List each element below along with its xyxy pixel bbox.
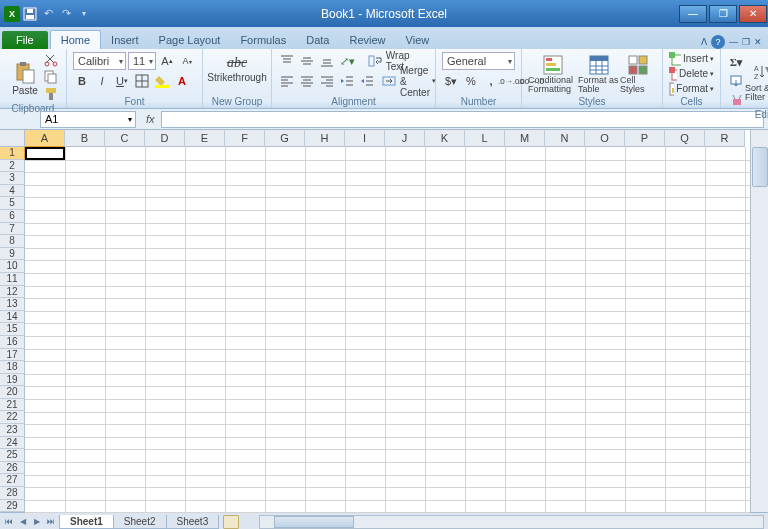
row-header[interactable]: 10 bbox=[0, 260, 25, 273]
tab-home[interactable]: Home bbox=[50, 30, 101, 49]
minimize-button[interactable]: — bbox=[679, 5, 707, 23]
column-header[interactable]: E bbox=[185, 130, 225, 147]
row-header[interactable]: 21 bbox=[0, 399, 25, 412]
column-header[interactable]: A bbox=[25, 130, 65, 147]
column-header[interactable]: J bbox=[385, 130, 425, 147]
tab-page-layout[interactable]: Page Layout bbox=[149, 31, 231, 49]
row-header[interactable]: 7 bbox=[0, 223, 25, 236]
column-header[interactable]: I bbox=[345, 130, 385, 147]
horizontal-scrollbar[interactable] bbox=[259, 515, 764, 529]
strikethrough-button[interactable]: abc Strikethrough bbox=[209, 51, 265, 83]
row-header[interactable]: 29 bbox=[0, 500, 25, 513]
tab-insert[interactable]: Insert bbox=[101, 31, 149, 49]
row-header[interactable]: 17 bbox=[0, 349, 25, 362]
column-header[interactable]: D bbox=[145, 130, 185, 147]
new-sheet-button[interactable] bbox=[223, 515, 239, 529]
column-header[interactable]: P bbox=[625, 130, 665, 147]
row-header[interactable]: 5 bbox=[0, 197, 25, 210]
row-header[interactable]: 2 bbox=[0, 160, 25, 173]
help-icon[interactable]: ? bbox=[711, 35, 725, 49]
column-header[interactable]: G bbox=[265, 130, 305, 147]
cut-icon[interactable] bbox=[44, 53, 60, 69]
sort-filter-button[interactable]: AZ Sort & Filter bbox=[745, 51, 768, 109]
column-header[interactable]: F bbox=[225, 130, 265, 147]
row-header[interactable]: 25 bbox=[0, 449, 25, 462]
font-name-combo[interactable]: Calibri bbox=[73, 52, 126, 70]
font-size-combo[interactable]: 11 bbox=[128, 52, 156, 70]
cell-area[interactable] bbox=[25, 147, 750, 512]
doc-minimize-icon[interactable]: — bbox=[729, 37, 738, 47]
sheet-nav-last-icon[interactable]: ⏭ bbox=[44, 517, 58, 526]
row-header[interactable]: 3 bbox=[0, 172, 25, 185]
formula-input[interactable] bbox=[161, 111, 764, 128]
row-header[interactable]: 8 bbox=[0, 235, 25, 248]
sheet-tab-2[interactable]: Sheet2 bbox=[113, 515, 167, 529]
fill-icon[interactable] bbox=[727, 72, 745, 90]
copy-icon[interactable] bbox=[44, 70, 60, 86]
wrap-text-icon[interactable] bbox=[366, 52, 384, 70]
qat-dropdown-icon[interactable]: ▾ bbox=[76, 6, 92, 22]
row-header[interactable]: 12 bbox=[0, 286, 25, 299]
bold-button[interactable]: B bbox=[73, 72, 91, 90]
row-header[interactable]: 19 bbox=[0, 374, 25, 387]
paste-button[interactable]: Paste bbox=[6, 51, 44, 103]
accounting-icon[interactable]: $▾ bbox=[442, 72, 460, 90]
increase-indent-icon[interactable] bbox=[358, 72, 376, 90]
column-header[interactable]: N bbox=[545, 130, 585, 147]
minimize-ribbon-icon[interactable]: ᐱ bbox=[701, 37, 707, 47]
sheet-nav-prev-icon[interactable]: ◀ bbox=[16, 517, 30, 526]
row-header[interactable]: 22 bbox=[0, 411, 25, 424]
align-middle-icon[interactable] bbox=[298, 52, 316, 70]
tab-review[interactable]: Review bbox=[339, 31, 395, 49]
doc-close-icon[interactable]: ✕ bbox=[754, 37, 762, 47]
sheet-tab-3[interactable]: Sheet3 bbox=[166, 515, 220, 529]
doc-restore-icon[interactable]: ❐ bbox=[742, 37, 750, 47]
tab-formulas[interactable]: Formulas bbox=[230, 31, 296, 49]
format-painter-icon[interactable] bbox=[44, 87, 60, 103]
shrink-font-icon[interactable]: A▾ bbox=[178, 52, 196, 70]
align-left-icon[interactable] bbox=[278, 72, 296, 90]
clear-icon[interactable] bbox=[727, 91, 745, 109]
row-header[interactable]: 24 bbox=[0, 437, 25, 450]
sheet-tab-1[interactable]: Sheet1 bbox=[59, 515, 114, 529]
italic-button[interactable]: I bbox=[93, 72, 111, 90]
row-header[interactable]: 15 bbox=[0, 323, 25, 336]
tab-data[interactable]: Data bbox=[296, 31, 339, 49]
sheet-nav-next-icon[interactable]: ▶ bbox=[30, 517, 44, 526]
select-all-corner[interactable] bbox=[0, 130, 25, 147]
close-button[interactable]: ✕ bbox=[739, 5, 767, 23]
file-tab[interactable]: File bbox=[2, 31, 48, 49]
delete-cells-button[interactable]: Delete▾ bbox=[669, 66, 714, 81]
font-color-icon[interactable]: A bbox=[173, 72, 191, 90]
name-box[interactable]: A1 bbox=[40, 111, 136, 128]
fill-color-icon[interactable] bbox=[153, 72, 171, 90]
grow-font-icon[interactable]: A▴ bbox=[158, 52, 176, 70]
merge-icon[interactable] bbox=[380, 72, 398, 90]
row-header[interactable]: 14 bbox=[0, 311, 25, 324]
align-right-icon[interactable] bbox=[318, 72, 336, 90]
orientation-icon[interactable]: ⤢▾ bbox=[338, 52, 356, 70]
row-header[interactable]: 23 bbox=[0, 424, 25, 437]
row-header[interactable]: 11 bbox=[0, 273, 25, 286]
vertical-scrollbar[interactable] bbox=[750, 130, 768, 512]
redo-icon[interactable]: ↷ bbox=[58, 6, 74, 22]
column-header[interactable]: O bbox=[585, 130, 625, 147]
column-header[interactable]: L bbox=[465, 130, 505, 147]
row-header[interactable]: 6 bbox=[0, 210, 25, 223]
conditional-formatting-button[interactable]: Conditional Formatting bbox=[528, 51, 578, 94]
row-header[interactable]: 13 bbox=[0, 298, 25, 311]
undo-icon[interactable]: ↶ bbox=[40, 6, 56, 22]
selected-cell[interactable] bbox=[25, 147, 65, 160]
sheet-nav-first-icon[interactable]: ⏮ bbox=[2, 517, 16, 526]
column-header[interactable]: M bbox=[505, 130, 545, 147]
align-center-icon[interactable] bbox=[298, 72, 316, 90]
row-header[interactable]: 28 bbox=[0, 487, 25, 500]
row-header[interactable]: 1 bbox=[0, 147, 25, 160]
number-format-combo[interactable]: General bbox=[442, 52, 515, 70]
format-as-table-button[interactable]: Format as Table bbox=[578, 51, 620, 94]
align-top-icon[interactable] bbox=[278, 52, 296, 70]
column-header[interactable]: R bbox=[705, 130, 745, 147]
format-cells-button[interactable]: Format▾ bbox=[669, 81, 714, 96]
border-icon[interactable] bbox=[133, 72, 151, 90]
column-header[interactable]: B bbox=[65, 130, 105, 147]
